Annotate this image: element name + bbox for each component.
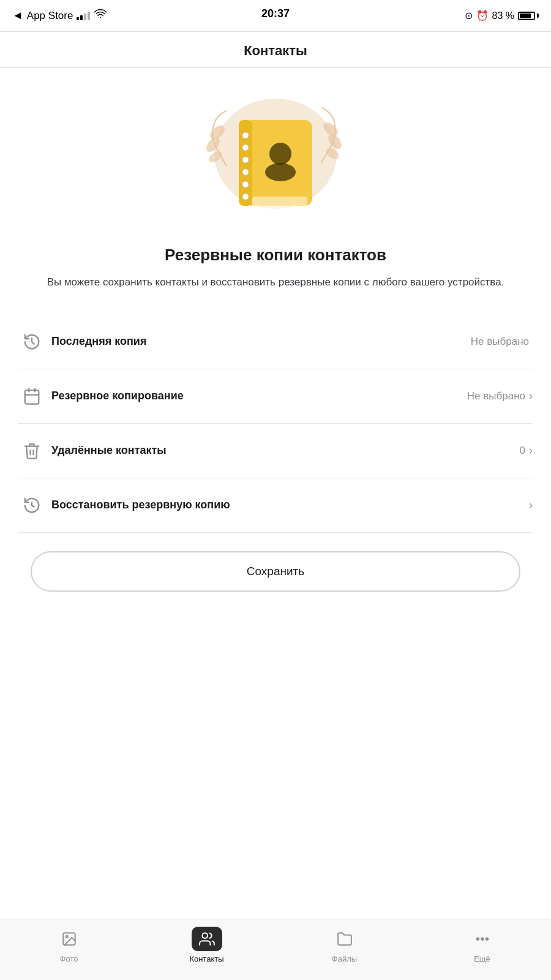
tab-bar: Фото Контакты Файлы [0, 919, 551, 980]
svg-point-11 [242, 169, 249, 175]
alarm-icon: ⏰ [476, 10, 489, 21]
wifi-icon [94, 9, 107, 22]
svg-point-14 [269, 143, 291, 165]
contact-book-icon [227, 108, 324, 221]
back-arrow: ◄ [12, 9, 23, 22]
svg-point-25 [202, 933, 208, 938]
menu-section: Последняя копия Не выбрано Резервное коп… [0, 315, 551, 533]
history-icon [18, 328, 45, 355]
menu-row-deleted[interactable]: Удалённые контакты 0 › [18, 424, 533, 478]
status-right: ⊙ ⏰ 83 % [465, 10, 539, 21]
menu-row-backup[interactable]: Резервное копирование Не выбрано › [18, 369, 533, 423]
restore-chevron: › [529, 499, 533, 511]
svg-point-13 [242, 194, 249, 200]
page-title: Контакты [0, 43, 551, 59]
svg-rect-16 [252, 197, 307, 209]
content-section: Резервные копии контактов Вы можете сохр… [0, 239, 551, 309]
svg-point-9 [242, 145, 249, 151]
last-backup-label: Последняя копия [51, 335, 471, 348]
restore-label: Восстановить резервную копию [51, 499, 525, 511]
section-description: Вы можете сохранить контакты и восстанов… [31, 274, 520, 290]
files-tab-icon [329, 927, 360, 951]
tab-contacts-label: Контакты [189, 954, 223, 963]
more-tab-icon [467, 927, 498, 951]
deleted-label: Удалённые контакты [51, 444, 520, 457]
svg-point-24 [66, 936, 67, 938]
location-icon: ⊙ [465, 10, 473, 21]
tab-photos[interactable]: Фото [0, 927, 138, 963]
battery-icon [518, 12, 539, 20]
page-title-bar: Контакты [0, 32, 551, 67]
status-left: ◄ App Store [12, 9, 107, 22]
tab-contacts[interactable]: Контакты [138, 927, 276, 963]
backup-label: Резервное копирование [51, 390, 467, 402]
tab-files-label: Файлы [332, 954, 357, 963]
save-button[interactable]: Сохранить [31, 551, 520, 592]
menu-row-last-backup[interactable]: Последняя копия Не выбрано [18, 315, 533, 369]
trash-icon [18, 437, 45, 464]
illustration-wrapper [208, 92, 343, 227]
save-button-wrapper: Сохранить [0, 533, 551, 604]
backup-value: Не выбрано [467, 390, 525, 402]
status-time: 20:37 [261, 7, 290, 20]
last-backup-value: Не выбрано [471, 336, 529, 348]
svg-rect-17 [25, 390, 39, 404]
tab-photos-label: Фото [60, 954, 78, 963]
battery-percent: 83 % [492, 10, 514, 21]
section-heading: Резервные копии контактов [31, 246, 520, 265]
tab-more-label: Ещё [474, 954, 490, 963]
svg-line-22 [32, 505, 34, 507]
signal-bars-icon [77, 12, 90, 20]
menu-row-restore[interactable]: Восстановить резервную копию › [18, 478, 533, 532]
tab-more[interactable]: Ещё [413, 927, 551, 963]
deleted-value: 0 [520, 445, 525, 457]
svg-point-26 [476, 938, 478, 940]
backup-chevron: › [529, 390, 533, 402]
tab-files[interactable]: Файлы [276, 927, 413, 963]
svg-point-27 [481, 938, 483, 940]
restore-icon [18, 492, 45, 519]
calendar-icon [18, 383, 45, 410]
carrier-label: App Store [27, 10, 73, 22]
svg-point-10 [242, 157, 249, 163]
illustration-area [0, 68, 551, 239]
svg-point-15 [265, 163, 296, 181]
svg-point-12 [242, 181, 249, 187]
deleted-chevron: › [529, 444, 533, 457]
photo-tab-icon [54, 927, 84, 951]
status-bar: ◄ App Store 20:37 ⊙ ⏰ 83 % [0, 0, 551, 31]
contacts-tab-icon [192, 927, 222, 951]
svg-point-8 [242, 132, 249, 138]
svg-point-28 [485, 938, 487, 940]
